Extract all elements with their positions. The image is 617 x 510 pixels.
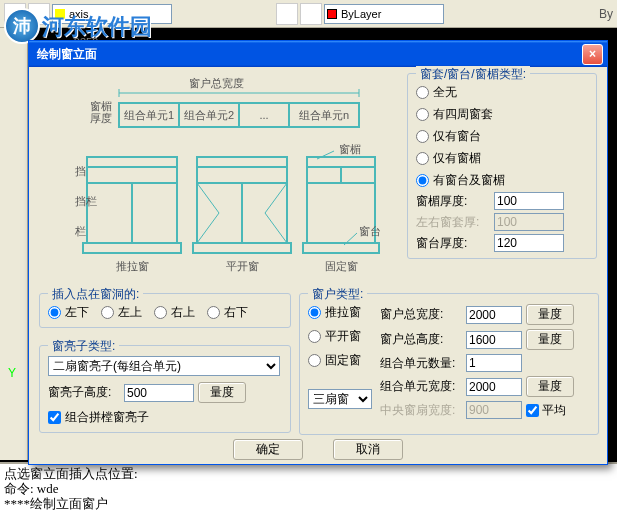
svg-rect-29 [193,243,291,253]
svg-text:窗楣: 窗楣 [339,143,361,155]
color-select[interactable]: ByLayer [324,4,444,24]
command-line[interactable]: 点选窗立面插入点位置: 命令: wde ****绘制立面窗户 [0,462,617,510]
toolbar-icon[interactable] [300,3,322,25]
unitw-measure-button[interactable]: 量度 [526,376,574,397]
dialog-titlebar[interactable]: 绘制窗立面 × [29,41,607,67]
sash-height-input[interactable] [124,384,194,402]
insert-point-group: 插入点在窗洞的: 左下 左上 右上 右下 [39,293,291,328]
frame-opt-lintel[interactable]: 仅有窗楣 [416,150,588,167]
wintype-slide[interactable]: 推拉窗 [308,304,372,321]
svg-text:推拉窗: 推拉窗 [116,260,149,272]
unitcount-input[interactable] [466,354,522,372]
svg-text:...: ... [259,109,268,121]
sash-type-select[interactable]: 二扇窗亮子(每组合单元) [48,356,280,376]
ok-button[interactable]: 确定 [233,439,303,460]
unitw-input[interactable] [466,378,522,396]
y-axis-label: Y [8,366,16,380]
insert-point-legend: 插入点在窗洞的: [48,286,143,303]
cmd-line: 命令: wde [4,481,613,496]
dialog-title: 绘制窗立面 [33,46,582,63]
wintype-casement[interactable]: 平开窗 [308,328,372,345]
svg-text:组合单元n: 组合单元n [299,109,349,121]
insert-br[interactable]: 右下 [207,304,248,321]
svg-text:窗台: 窗台 [359,225,381,237]
svg-text:挡栏: 挡栏 [75,195,97,207]
svg-rect-35 [303,243,379,253]
window-diagram: 窗户总宽度 组合单元1 组合单元2 ... 组合单元n 窗楣 厚度 窗楣 [39,75,394,290]
svg-text:平开窗: 平开窗 [226,260,259,272]
sash-height-label: 窗亮子高度: [48,384,120,401]
svg-text:固定窗: 固定窗 [325,260,358,272]
svg-rect-25 [197,157,287,167]
frame-opt-none[interactable]: 全无 [416,84,588,101]
svg-rect-16 [87,157,177,167]
frame-opt-sill[interactable]: 仅有窗台 [416,128,588,145]
unitw-label: 组合单元宽度: [380,378,462,395]
sash-type-legend: 窗亮子类型: [48,338,119,355]
frame-opt-both[interactable]: 有窗台及窗楣 [416,172,588,189]
wintype-fixed[interactable]: 固定窗 [308,352,372,369]
svg-rect-20 [83,243,181,253]
sill-thick-input[interactable] [494,234,564,252]
totalw-measure-button[interactable]: 量度 [526,304,574,325]
window-type-legend: 窗户类型: [308,286,367,303]
centerw-label: 中央窗扇宽度: [380,402,462,419]
frame-type-legend: 窗套/窗台/窗楣类型: [416,66,530,83]
sash-type-group: 窗亮子类型: 二扇窗亮子(每组合单元) 窗亮子高度: 量度 组合拼樘窗亮子 [39,345,291,433]
totalh-input[interactable] [466,331,522,349]
svg-text:挡: 挡 [75,165,86,177]
combine-sash-checkbox[interactable]: 组合拼樘窗亮子 [48,409,149,426]
by-label: By [599,7,613,21]
cmd-line: 点选窗立面插入点位置: [4,466,613,481]
sash-measure-button[interactable]: 量度 [198,382,246,403]
insert-tr[interactable]: 右上 [154,304,195,321]
surround-thick-label: 左右窗套厚: [416,214,488,231]
surround-thick-input [494,213,564,231]
cmd-line: ****绘制立面窗户 [4,496,613,510]
totalw-input[interactable] [466,306,522,324]
frame-opt-surround[interactable]: 有四周窗套 [416,106,588,123]
toolbar-icon[interactable] [276,3,298,25]
cancel-button[interactable]: 取消 [333,439,403,460]
svg-text:组合单元1: 组合单元1 [124,109,174,121]
lintel-thick-label: 窗楣厚度: [416,193,488,210]
left-toolbar: Y [0,28,28,460]
svg-text:栏: 栏 [74,225,86,237]
totalw-label: 窗户总宽度: [380,306,462,323]
draw-window-elevation-dialog: 绘制窗立面 × 窗户总宽度 组合单元1 组合单元2 ... 组合单元n 窗楣 [28,40,608,465]
svg-text:厚度: 厚度 [90,112,112,124]
lintel-thick-input[interactable] [494,192,564,210]
insert-tl[interactable]: 左上 [101,304,142,321]
totalh-label: 窗户总高度: [380,331,462,348]
insert-bl[interactable]: 左下 [48,304,89,321]
unitcount-label: 组合单元数量: [380,355,462,372]
sill-thick-label: 窗台厚度: [416,235,488,252]
frame-type-group: 窗套/窗台/窗楣类型: 全无 有四周窗套 仅有窗台 仅有窗楣 有窗台及窗楣 窗楣… [407,73,597,259]
window-type-group: 窗户类型: 推拉窗 平开窗 固定窗 三扇窗 窗户总宽度: 量度 [299,293,599,435]
svg-text:组合单元2: 组合单元2 [184,109,234,121]
svg-text:窗户总宽度: 窗户总宽度 [189,77,244,89]
leaf-count-select[interactable]: 三扇窗 [308,389,372,409]
svg-text:窗楣: 窗楣 [90,100,112,112]
close-button[interactable]: × [582,44,603,65]
totalh-measure-button[interactable]: 量度 [526,329,574,350]
avg-checkbox[interactable]: 平均 [526,402,608,419]
centerw-input [466,401,522,419]
